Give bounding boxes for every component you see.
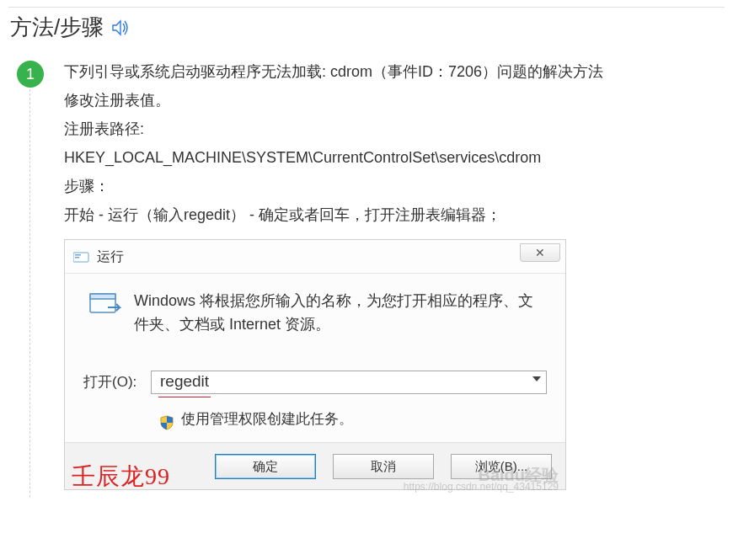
watermark-url: https://blog.csdn.net/qq_43415129 — [404, 481, 559, 493]
shield-text: 使用管理权限创建此任务。 — [181, 405, 353, 434]
open-combobox[interactable]: regedit — [151, 371, 547, 394]
step-text: 修改注册表值。 — [64, 86, 725, 115]
section-header: 方法/步骤 — [10, 13, 725, 42]
step-body: 下列引导或系统启动驱动程序无法加载: cdrom（事件ID：7206）问题的解决… — [64, 57, 725, 490]
svg-rect-2 — [75, 257, 79, 259]
ok-button-label: 确定 — [253, 452, 278, 481]
watermark-source: Baidu经验 https://blog.csdn.net/qq_4341512… — [404, 469, 559, 493]
svg-rect-4 — [90, 294, 115, 299]
speaker-icon[interactable] — [110, 19, 131, 37]
run-dialog-logo-icon — [73, 251, 90, 263]
step-text: 注册表路径: — [64, 115, 725, 143]
section-divider — [8, 7, 725, 8]
ok-button[interactable]: 确定 — [215, 454, 316, 479]
run-program-icon — [83, 289, 127, 319]
run-dialog-titlebar: 运行 ✕ — [65, 240, 565, 274]
open-label: 打开(O): — [83, 368, 144, 397]
step-connector — [29, 89, 30, 499]
chevron-down-icon — [532, 376, 541, 381]
watermark-author: 壬辰龙99 — [72, 462, 170, 491]
step-text: HKEY_LOCAL_MACHINE\SYSTEM\CurrentControl… — [64, 143, 725, 172]
close-icon: ✕ — [535, 238, 545, 267]
section-title: 方法/步骤 — [10, 13, 104, 42]
close-button[interactable]: ✕ — [520, 243, 560, 262]
run-dialog: 运行 ✕ Windows 将根据您所输入的名称，为您打开相应的程序、文件夹、文档… — [64, 239, 566, 490]
step-text: 下列引导或系统启动驱动程序无法加载: cdrom（事件ID：7206）问题的解决… — [64, 57, 725, 86]
step-text: 开始 - 运行（输入regedit） - 确定或者回车，打开注册表编辑器； — [64, 200, 725, 229]
cancel-button-label: 取消 — [371, 452, 396, 481]
watermark-baidu: Baidu经验 — [404, 469, 559, 481]
step-text: 步骤： — [64, 172, 725, 200]
run-dialog-title: 运行 — [97, 243, 124, 271]
svg-rect-1 — [75, 254, 81, 256]
open-value: regedit — [158, 367, 211, 397]
run-dialog-description: Windows 将根据您所输入的名称，为您打开相应的程序、文件夹、文档或 Int… — [134, 289, 547, 336]
step-number-badge: 1 — [17, 61, 44, 88]
shield-icon — [159, 412, 174, 427]
step-number: 1 — [26, 66, 35, 83]
